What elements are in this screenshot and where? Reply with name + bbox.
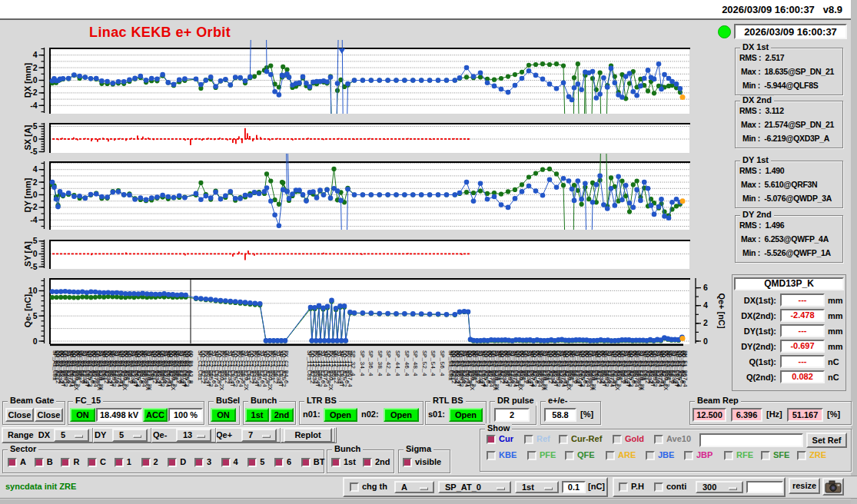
svg-text:SP_54_4: SP_54_4 xyxy=(430,350,437,376)
svg-text:SP_48_4: SP_48_4 xyxy=(412,350,419,376)
svg-text:0: 0 xyxy=(33,249,38,258)
svg-text:SP_56_4: SP_56_4 xyxy=(439,350,446,376)
svg-text:SP_52_4: SP_52_4 xyxy=(421,350,428,376)
svg-text:SP_34_4: SP_34_4 xyxy=(359,350,366,376)
svg-text:10: 10 xyxy=(28,286,38,295)
svg-text:5: 5 xyxy=(33,236,38,245)
svg-text:5: 5 xyxy=(33,121,38,131)
svg-text:DY [mm]: DY [mm] xyxy=(23,177,32,212)
svg-text:QD_B1_A2_8: QD_B1_A2_8 xyxy=(188,350,194,384)
svg-text:0: 0 xyxy=(33,337,38,346)
svg-text:SP_46_4: SP_46_4 xyxy=(404,350,410,376)
svg-text:4: 4 xyxy=(703,300,708,310)
svg-text:SP_32_4: SP_32_4 xyxy=(350,350,357,376)
svg-text:6: 6 xyxy=(703,283,708,292)
svg-text:-4: -4 xyxy=(30,215,37,224)
svg-text:2: 2 xyxy=(33,63,38,72)
svg-text:SP_42_4: SP_42_4 xyxy=(385,350,392,376)
svg-text:SP_36_4: SP_36_4 xyxy=(367,350,374,376)
svg-text:5: 5 xyxy=(33,311,38,320)
svg-text:0: 0 xyxy=(33,190,38,199)
svg-text:SY [A]: SY [A] xyxy=(23,241,32,267)
svg-text:SP_44_4: SP_44_4 xyxy=(394,350,401,376)
svg-text:0: 0 xyxy=(33,134,38,144)
svg-text:4: 4 xyxy=(33,164,38,174)
svg-text:4: 4 xyxy=(33,50,38,59)
svg-text:PX_C2_B4_6: PX_C2_B4_6 xyxy=(283,350,290,384)
svg-text:Qe+ [nC]: Qe+ [nC] xyxy=(717,293,726,328)
svg-text:0: 0 xyxy=(33,75,38,85)
svg-text:QD_61_A2_8: QD_61_A2_8 xyxy=(680,350,687,384)
svg-text:2: 2 xyxy=(703,318,708,327)
svg-text:0: 0 xyxy=(703,337,708,346)
svg-text:DX [mm]: DX [mm] xyxy=(23,63,32,98)
svg-text:SX [A]: SX [A] xyxy=(23,124,32,150)
svg-text:2: 2 xyxy=(33,177,38,187)
svg-text:SP_38_4: SP_38_4 xyxy=(377,350,384,376)
svg-text:Qe- [nC]: Qe- [nC] xyxy=(23,293,32,327)
svg-text:-4: -4 xyxy=(30,101,37,110)
